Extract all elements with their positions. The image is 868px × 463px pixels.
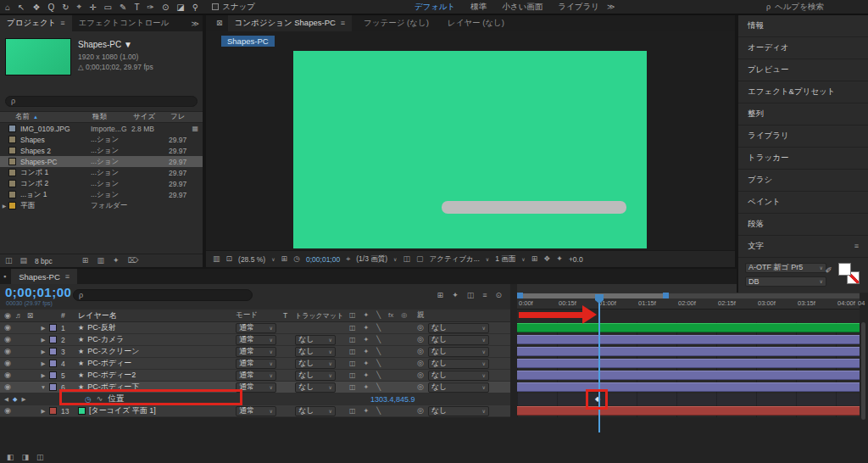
eye-icon[interactable]: ◉ [4,360,11,367]
work-area-start-handle[interactable] [517,293,523,298]
delete-item-icon[interactable]: ⌦ [127,257,138,265]
layer-name[interactable]: [ターコイズ 平面 1] [89,405,156,416]
pickwhip-icon[interactable]: ◎ [417,336,424,343]
column-header-layer-name[interactable]: レイヤー名 [78,310,236,321]
eraser-tool-icon[interactable]: ◪ [176,3,184,12]
panel-tab-libraries[interactable]: ライブラリ [738,126,868,148]
collapse-switch-icon[interactable]: ✦ [364,325,370,332]
panel-menu-icon[interactable]: ≡ [65,273,70,281]
track-matte-dropdown[interactable]: なし∨ [295,371,336,381]
parent-dropdown[interactable]: なし∨ [428,323,489,333]
puppet-tool-icon[interactable]: ⚲ [192,3,198,12]
parent-dropdown[interactable]: なし∨ [428,371,489,381]
label-color-chip[interactable] [49,407,57,415]
layer-expander-icon[interactable]: ▶ [37,349,49,355]
property-value[interactable]: 1303.4,845.9 [370,395,415,404]
pickwhip-icon[interactable]: ◎ [417,371,424,379]
layer-name[interactable]: PC-反射 [87,322,116,333]
label-color-chip[interactable] [49,348,57,355]
layer-duration-bar[interactable] [517,335,860,344]
channels-icon[interactable]: ❖ [543,255,550,263]
draft-3d-icon[interactable]: ✦ [452,292,459,299]
collapse-switch-icon[interactable]: ✦ [364,384,370,391]
quality-switch-icon[interactable]: ╲ [376,372,381,379]
tab-effect-controls[interactable]: エフェクトコントロール [72,15,176,31]
font-style-dropdown[interactable]: DB∨ [745,276,826,287]
project-row[interactable]: IMG_0109.JPG Importe...G 2.8 MB ▦ [0,123,203,134]
transparency-grid-icon[interactable]: ▢ [416,255,424,263]
label-color-chip[interactable] [49,383,57,391]
resolution-dropdown[interactable]: (1/3 画質) [356,254,387,265]
magnification-dropdown[interactable]: (28.5 %) [238,255,265,264]
project-row[interactable]: ...ョン 1 ...ション 29.97 [0,189,203,200]
motion-blur-icon[interactable]: ⊙ [495,292,502,299]
layer-row-5[interactable]: ◉ ▶ 5 ★PC-ボディー2 通常∨ なし∨ ◫✦╲ ◎なし∨ [0,370,868,382]
composition-name[interactable]: Shapes-PC ▼ [78,40,153,49]
always-preview-icon[interactable]: ▥ [213,255,220,263]
parent-dropdown[interactable]: なし∨ [428,382,489,393]
blend-mode-dropdown[interactable]: 通常∨ [236,406,276,416]
layer-duration-bar[interactable] [517,359,860,368]
orbit-camera-tool-icon[interactable]: ↻ [62,3,69,12]
tab-footage[interactable]: フッテージ (なし) [357,15,436,31]
layer-row-4[interactable]: ◉ ▶ 4 ★PC-ボディー 通常∨ なし∨ ◫✦╲ ◎なし∨ [0,358,868,370]
previous-keyframe-icon[interactable]: ◀ [4,396,8,403]
pickwhip-icon[interactable]: ◎ [417,383,424,391]
grid-guides-icon[interactable]: ⊞ [281,255,288,263]
quality-switch-icon[interactable]: ╲ [376,325,381,332]
layer-duration-bar[interactable] [517,406,860,416]
view-layout-dropdown[interactable]: 1 画面 [495,254,515,265]
quality-switch-icon[interactable]: ╲ [376,360,381,367]
shy-switch-icon[interactable]: ◫ [349,408,356,415]
home-icon[interactable]: ⌂ [5,3,10,12]
label-color-chip[interactable] [49,371,57,379]
layer-expander-icon[interactable]: ▼ [37,384,49,390]
shy-switch-icon[interactable]: ◫ [349,325,356,332]
pickwhip-icon[interactable]: ◎ [417,324,424,332]
panel-tab-paragraph[interactable]: 段落 [738,214,868,236]
work-area-end-handle[interactable] [663,293,669,298]
project-row[interactable]: Shapes 2 ...ション 29.97 [0,145,203,156]
current-time-icon[interactable]: ◷ [293,255,300,263]
help-search[interactable]: ρ ヘルプを検索 [766,2,824,13]
stamp-tool-icon[interactable]: ⊙ [162,3,169,12]
layer-name[interactable]: PC-ボディー2 [87,370,136,381]
pixel-aspect-icon[interactable]: ⊞ [531,255,538,263]
timeline-scrollbar[interactable] [861,322,865,420]
column-header-parent[interactable]: 親 [417,310,510,321]
shy-switch-icon[interactable]: ◫ [349,349,356,355]
shy-switch-icon[interactable]: ◫ [349,360,356,367]
workspace-tab-small-screen[interactable]: 小さい画面 [502,2,542,13]
exposure-icon[interactable]: ✦ [556,255,563,263]
frame-blending-icon[interactable]: ≡ [482,292,487,299]
column-header-frame[interactable]: フレ [170,112,203,122]
project-row-selected[interactable]: Shapes-PC ...ション 29.97 [0,156,203,167]
track-matte-dropdown[interactable]: なし∨ [295,335,336,345]
panel-menu-icon[interactable]: ≡ [854,243,859,250]
workspace-tab-default[interactable]: デフォルト [415,2,456,13]
eye-icon[interactable]: ◉ [4,407,11,415]
camera-view-dropdown[interactable]: アクティブカ... [430,254,480,265]
brush-tool-icon[interactable]: ✑ [147,3,154,12]
pan-camera-tool-icon[interactable]: ⌖ [77,2,82,12]
playhead-handle[interactable] [595,294,604,300]
hand-tool-icon[interactable]: ❖ [32,3,40,12]
track-matte-dropdown[interactable]: なし∨ [295,359,336,369]
viewer-timecode[interactable]: 0;00;01;00 [306,255,340,264]
expand-in-out-icon[interactable]: ◧ [7,454,14,461]
gray-bar-shape-layer[interactable] [442,201,626,214]
panel-menu-icon[interactable]: ≡ [341,20,345,27]
snap-checkbox[interactable] [212,3,219,10]
eye-icon[interactable]: ◉ [4,371,11,379]
layer-name[interactable]: PC-カメラ [87,334,124,345]
fill-color-swatch[interactable] [838,263,851,276]
collapse-switch-icon[interactable]: ✦ [364,408,370,415]
panel-tab-align[interactable]: 整列 [738,103,868,126]
pan-behind-tool-icon[interactable]: ✛ [89,3,96,12]
composition-mini-flowchart-icon[interactable]: ⊞ [437,292,444,299]
tab-project[interactable]: プロジェクト ≡ [0,15,72,31]
layer-expander-icon[interactable]: ▶ [37,337,49,343]
eye-icon[interactable]: ◉ [4,324,11,332]
exposure-value[interactable]: +0.0 [569,255,583,264]
parent-dropdown[interactable]: なし∨ [428,335,489,345]
